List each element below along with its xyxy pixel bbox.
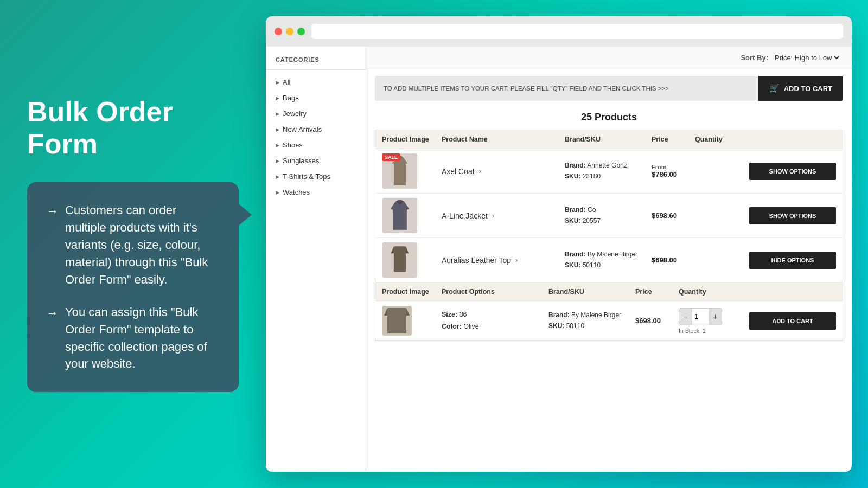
minimize-icon[interactable] bbox=[286, 28, 293, 35]
svg-rect-7 bbox=[387, 308, 406, 333]
svg-marker-0 bbox=[392, 157, 407, 185]
opt-action-cell: ADD TO CART bbox=[749, 312, 836, 330]
price-2: $698.60 bbox=[652, 211, 695, 220]
opt-product-image bbox=[382, 306, 412, 336]
opt-col-qty: Quantity bbox=[679, 288, 749, 296]
svg-marker-2 bbox=[390, 202, 409, 229]
cart-icon: 🛒 bbox=[769, 84, 780, 93]
show-options-button-2[interactable]: SHOW OPTIONS bbox=[749, 207, 836, 224]
expand-arrow-1[interactable]: › bbox=[479, 168, 481, 175]
product-name-cell-2: A-Line Jacket › bbox=[442, 211, 565, 220]
main-title: Bulk Order Form bbox=[27, 96, 239, 161]
info-point-2: → You can assign this "Bulk Order Form" … bbox=[47, 304, 219, 373]
sidebar-item-sunglasses[interactable]: ▶ Sunglasses bbox=[266, 153, 366, 169]
action-cell-3: HIDE OPTIONS bbox=[749, 252, 836, 269]
opt-col-brand: Brand/SKU bbox=[548, 288, 635, 296]
sidebar: CATEGORIES ▶ All ▶ Bags ▶ Jewelry ▶ New … bbox=[266, 47, 366, 472]
chevron-right-icon: ▶ bbox=[276, 111, 279, 117]
qty-input[interactable] bbox=[692, 309, 709, 325]
arrow-icon-2: → bbox=[47, 305, 59, 322]
sidebar-item-all[interactable]: ▶ All bbox=[266, 74, 366, 90]
qty-increment-button[interactable]: + bbox=[709, 309, 722, 325]
sort-select[interactable]: Price: High to Low Price: Low to High Ne… bbox=[773, 53, 841, 62]
svg-marker-9 bbox=[406, 308, 410, 316]
close-icon[interactable] bbox=[275, 28, 282, 35]
table-row: SALE Axel Coat › Brand: Annett bbox=[375, 149, 843, 194]
col-header-brand: Brand/SKU bbox=[565, 136, 652, 143]
chevron-right-icon: ▶ bbox=[276, 80, 279, 85]
product-name-2: A-Line Jacket bbox=[442, 211, 488, 220]
col-header-price: Price bbox=[652, 136, 695, 143]
add-to-cart-bar-text: TO ADD MULTIPLE ITEMS TO YOUR CART, PLEA… bbox=[375, 79, 758, 98]
browser-window: CATEGORIES ▶ All ▶ Bags ▶ Jewelry ▶ New … bbox=[266, 16, 852, 472]
add-to-cart-main-label: ADD TO CART bbox=[784, 85, 832, 93]
info-text-2: You can assign this "Bulk Order Form" te… bbox=[65, 304, 219, 373]
table-header: Product Image Product Name Brand/SKU Pri… bbox=[375, 130, 843, 149]
opt-col-options: Product Options bbox=[442, 288, 548, 296]
maximize-icon[interactable] bbox=[297, 28, 305, 35]
brand-sku-2: Brand: Co SKU: 20557 bbox=[565, 205, 652, 226]
table-row: A-Line Jacket › Brand: Co SKU: 20557 $69… bbox=[375, 194, 843, 238]
opt-col-action bbox=[749, 288, 836, 296]
product-name-cell-1: Axel Coat › bbox=[442, 167, 565, 176]
product-image-3 bbox=[382, 242, 417, 278]
options-header: Product Image Product Options Brand/SKU … bbox=[375, 282, 843, 301]
product-image-cell-1: SALE bbox=[382, 153, 442, 189]
svg-marker-8 bbox=[384, 308, 387, 316]
opt-brand-sku: Brand: By Malene Birger SKU: 50110 bbox=[548, 310, 635, 331]
sidebar-item-label-watches: Watches bbox=[283, 188, 310, 196]
chevron-right-icon: ▶ bbox=[276, 190, 279, 195]
left-panel: Bulk Order Form → Customers can order mu… bbox=[0, 63, 266, 425]
sidebar-item-bags[interactable]: ▶ Bags bbox=[266, 90, 366, 106]
sidebar-item-label-tshirts: T-Shirts & Tops bbox=[283, 172, 330, 181]
url-bar[interactable] bbox=[311, 24, 843, 39]
brand-sku-3: Brand: By Malene Birger SKU: 50110 bbox=[565, 249, 652, 270]
qty-control: − + bbox=[679, 308, 722, 325]
products-table: Product Image Product Name Brand/SKU Pri… bbox=[375, 130, 843, 282]
show-options-button-1[interactable]: SHOW OPTIONS bbox=[749, 163, 836, 180]
opt-details: Size: 36 Color: Olive bbox=[442, 309, 548, 332]
browser-bar bbox=[266, 16, 852, 47]
brand-sku-1: Brand: Annette Gortz SKU: 23180 bbox=[565, 160, 652, 181]
opt-qty-wrapper: − + In Stock: 1 bbox=[679, 308, 749, 334]
sidebar-item-tshirts[interactable]: ▶ T-Shirts & Tops bbox=[266, 169, 366, 184]
info-point-1: → Customers can order multiple products … bbox=[47, 202, 219, 288]
sidebar-item-jewelry[interactable]: ▶ Jewelry bbox=[266, 106, 366, 121]
sidebar-item-new-arrivals[interactable]: ▶ New Arrivals bbox=[266, 121, 366, 137]
chevron-right-icon: ▶ bbox=[276, 95, 279, 101]
chevron-right-icon: ▶ bbox=[276, 174, 279, 179]
add-to-cart-bar: TO ADD MULTIPLE ITEMS TO YOUR CART, PLEA… bbox=[375, 76, 843, 101]
svg-marker-6 bbox=[406, 246, 409, 253]
col-header-qty: Quantity bbox=[695, 136, 749, 143]
price-1: From$786.00 bbox=[652, 164, 695, 178]
qty-decrement-button[interactable]: − bbox=[679, 309, 692, 325]
arrow-icon-1: → bbox=[47, 203, 59, 220]
sidebar-item-shoes[interactable]: ▶ Shoes bbox=[266, 137, 366, 153]
col-header-image: Product Image bbox=[382, 136, 442, 143]
info-box: → Customers can order multiple products … bbox=[27, 182, 239, 392]
info-text-1: Customers can order multiple products wi… bbox=[65, 202, 219, 288]
chevron-right-icon: ▶ bbox=[276, 158, 279, 164]
options-row: Size: 36 Color: Olive Brand: By Malene B… bbox=[375, 301, 843, 341]
svg-marker-5 bbox=[391, 246, 393, 253]
sidebar-item-watches[interactable]: ▶ Watches bbox=[266, 184, 366, 200]
col-header-name: Product Name bbox=[442, 136, 565, 143]
opt-image-cell bbox=[382, 306, 442, 336]
sidebar-item-label-bags: Bags bbox=[283, 94, 299, 102]
expand-arrow-2[interactable]: › bbox=[492, 212, 494, 220]
add-to-cart-main-button[interactable]: 🛒 ADD TO CART bbox=[758, 76, 843, 101]
hide-options-button[interactable]: HIDE OPTIONS bbox=[749, 252, 836, 269]
options-table: Product Image Product Options Brand/SKU … bbox=[375, 282, 843, 341]
price-3: $698.00 bbox=[652, 256, 695, 264]
main-area: Sort By: Price: High to Low Price: Low t… bbox=[366, 47, 852, 472]
in-stock-label: In Stock: 1 bbox=[679, 328, 749, 334]
product-image-cell-3 bbox=[382, 242, 442, 278]
action-cell-1: SHOW OPTIONS bbox=[749, 163, 836, 180]
product-name-1: Axel Coat bbox=[442, 167, 475, 176]
expand-arrow-3[interactable]: › bbox=[515, 256, 518, 264]
add-to-cart-option-button[interactable]: ADD TO CART bbox=[749, 312, 836, 330]
sidebar-item-label-shoes: Shoes bbox=[283, 141, 303, 149]
traffic-lights bbox=[275, 28, 305, 35]
svg-rect-4 bbox=[393, 246, 405, 272]
action-cell-2: SHOW OPTIONS bbox=[749, 207, 836, 224]
